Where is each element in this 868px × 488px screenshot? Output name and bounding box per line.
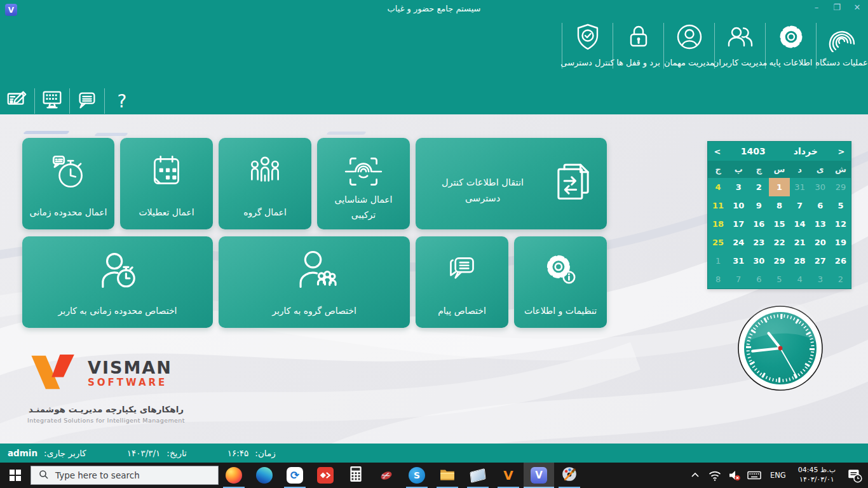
weekday-label: پ — [728, 165, 749, 174]
restore-button[interactable]: ❐ — [831, 3, 843, 12]
tile-apply-time-range[interactable]: اعمال محدوده زمانی — [22, 138, 114, 229]
calendar-day[interactable]: 28 — [790, 252, 810, 270]
tile-assign-group-to-user[interactable]: اختصاص گروه به کاربر — [219, 236, 410, 328]
tray-chevron-up-icon[interactable] — [688, 470, 703, 480]
skype-icon: S — [409, 467, 425, 484]
calendar-day[interactable]: 16 — [749, 215, 769, 233]
status-date: تاریخ: ۱۴۰۳/۳/۱ — [127, 448, 187, 458]
file-explorer-icon — [439, 466, 456, 485]
minimize-button[interactable]: – — [811, 3, 822, 12]
tile-apply-combined-identification[interactable]: اعمال شناسایی ترکیبی — [317, 138, 410, 229]
calendar-day[interactable]: 6 — [749, 270, 769, 288]
edge-icon — [256, 467, 273, 484]
calendar-day[interactable]: 17 — [728, 215, 749, 233]
tile-settings-and-information[interactable]: تنظیمات و اطلاعات — [514, 236, 607, 328]
taskbar-app-firefox[interactable] — [219, 463, 249, 488]
report-designer-button[interactable] — [0, 88, 34, 114]
wifi-icon[interactable] — [707, 468, 722, 482]
calendar-prev-button[interactable]: < — [708, 147, 727, 156]
calendar-day[interactable]: 14 — [790, 215, 810, 233]
calendar-day[interactable]: 24 — [728, 233, 749, 252]
tile-apply-group[interactable]: اعمال گروه — [219, 138, 311, 229]
calendar-day[interactable]: 9 — [749, 196, 769, 215]
calendar-day[interactable]: 21 — [790, 233, 810, 252]
taskbar-app-paint[interactable] — [554, 463, 585, 488]
nav-item-guest-management[interactable]: مدیریت مهمان — [664, 18, 714, 67]
taskbar-app-red-launcher[interactable] — [310, 463, 341, 488]
nav-label: مدیریت کاربران — [713, 58, 767, 67]
taskbar-app-file-explorer[interactable] — [432, 463, 463, 488]
calendar-day[interactable]: 6 — [810, 196, 831, 215]
calendar-day[interactable]: 15 — [769, 215, 789, 233]
calendar-day[interactable]: 7 — [728, 270, 749, 288]
calendar-day[interactable]: 5 — [769, 270, 789, 288]
calendar-day[interactable]: 12 — [831, 215, 851, 233]
user-circle-icon — [674, 22, 705, 52]
action-center-icon[interactable] — [844, 467, 865, 484]
taskbar-search[interactable]: Type here to search — [31, 466, 219, 485]
taskbar-app-edge[interactable] — [249, 463, 280, 488]
calendar-day[interactable]: 3 — [810, 270, 831, 288]
touch-keyboard-icon[interactable] — [747, 468, 762, 483]
calendar-day[interactable]: 20 — [810, 233, 831, 252]
taskbar-app-snipping-tool[interactable]: ✂ — [371, 463, 402, 488]
tile-assign-message[interactable]: اختصاص پیام — [416, 236, 508, 328]
calendar-day[interactable]: 4 — [708, 178, 728, 196]
calendar-day[interactable]: 29 — [831, 178, 851, 196]
windows-logo-icon — [10, 470, 21, 481]
calendar-day[interactable]: 8 — [769, 196, 789, 215]
messages-button[interactable] — [70, 88, 104, 114]
calendar-day[interactable]: 31 — [790, 178, 810, 196]
device-display-button[interactable] — [35, 88, 69, 114]
calendar-day[interactable]: 30 — [749, 252, 769, 270]
tile-assign-time-range-to-user[interactable]: اختصاص محدوده زمانی به کاربر — [22, 236, 213, 328]
calendar-day[interactable]: 5 — [831, 196, 851, 215]
nav-item-access-control[interactable]: کنترل دسترسی — [562, 18, 613, 67]
calendar-day[interactable]: 4 — [790, 270, 810, 288]
tile-apply-holidays[interactable]: اعمال تعطیلات — [120, 138, 213, 229]
calendar-day[interactable]: 27 — [810, 252, 831, 270]
taskbar-app-sync[interactable]: ⟳ — [280, 463, 310, 488]
calendar-day-selected[interactable]: 1 — [769, 178, 789, 196]
volume-muted-icon[interactable] — [727, 468, 742, 482]
calendar-day[interactable]: 26 — [831, 252, 851, 270]
tray-clock[interactable]: 04:45 ب.ظ ۱۴۰۳/۰۳/۰۱ — [794, 466, 839, 485]
help-button[interactable]: ? — [105, 88, 139, 114]
calendar-day[interactable]: 1 — [708, 252, 728, 270]
calendar-day[interactable]: 19 — [831, 233, 851, 252]
taskbar-app-tablet[interactable] — [463, 463, 493, 488]
calendar-day[interactable]: 22 — [769, 233, 789, 252]
calendar-day[interactable]: 8 — [708, 270, 728, 288]
tile-label: اعمال شناسایی ترکیبی — [322, 193, 405, 223]
taskbar-app-skype[interactable]: S — [402, 463, 432, 488]
calendar-day[interactable]: 7 — [790, 196, 810, 215]
calendar-day[interactable]: 23 — [749, 233, 769, 252]
taskbar-app-visman-orange[interactable]: V — [493, 463, 524, 488]
calendar-day[interactable]: 11 — [708, 196, 728, 215]
calendar-day[interactable]: 2 — [831, 270, 851, 288]
close-button[interactable]: ✕ — [851, 3, 863, 12]
tile-label: تنظیمات و اطلاعات — [519, 304, 602, 319]
calendar-day[interactable]: 25 — [708, 233, 728, 252]
nav-item-user-management[interactable]: مدیریت کاربران — [715, 18, 765, 67]
help-icon: ? — [118, 91, 127, 112]
group-icon — [244, 151, 286, 195]
language-indicator[interactable]: ENG — [766, 471, 790, 480]
calendar-day[interactable]: 18 — [708, 215, 728, 233]
calendar-day[interactable]: 3 — [728, 178, 749, 196]
calendar-day[interactable]: 2 — [749, 178, 769, 196]
calendar-next-button[interactable]: > — [832, 147, 851, 156]
calendar-day[interactable]: 13 — [810, 215, 831, 233]
taskbar-app-visman-blue[interactable]: V — [524, 463, 554, 488]
weekday-label: س — [769, 165, 789, 174]
start-button[interactable] — [0, 463, 31, 488]
calendar-day[interactable]: 10 — [728, 196, 749, 215]
nav-item-boards-locks[interactable]: برد و قفل ها — [613, 18, 663, 67]
tile-transfer-access-control-data[interactable]: انتقال اطلاعات کنترل دسترسی — [416, 138, 607, 229]
taskbar-app-calculator[interactable] — [341, 463, 371, 488]
calendar-day[interactable]: 30 — [810, 178, 831, 196]
calendar-day[interactable]: 29 — [769, 252, 789, 270]
nav-item-base-information[interactable]: اطلاعات پایه — [766, 18, 816, 67]
calendar-day[interactable]: 31 — [728, 252, 749, 270]
nav-item-device-operations[interactable]: عملیات دستگاه — [817, 18, 867, 67]
